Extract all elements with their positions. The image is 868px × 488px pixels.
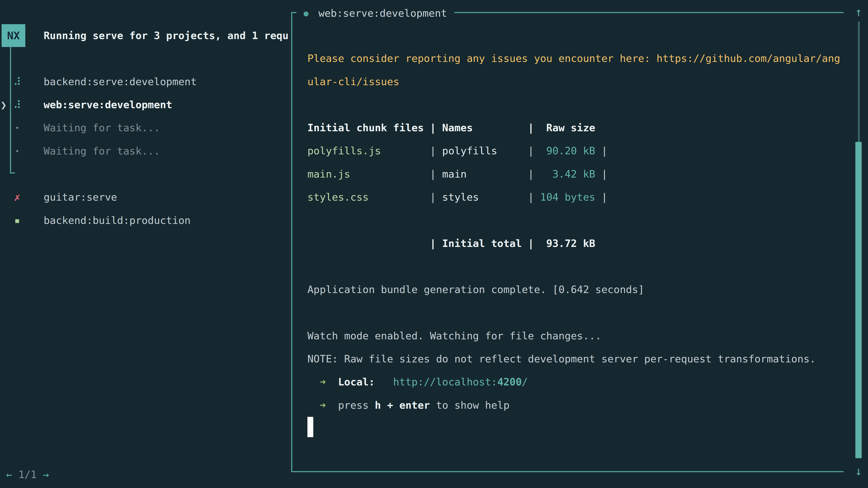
- terminal-text: |: [467, 168, 552, 180]
- dot-icon: •: [11, 116, 23, 139]
- terminal-text: NOTE: Raw file sizes do not reflect deve…: [307, 353, 816, 365]
- terminal-text: |: [381, 145, 442, 157]
- nx-logo: NX: [2, 24, 25, 47]
- scrollbar-thumb[interactable]: [855, 142, 862, 458]
- scrollbar-track[interactable]: [858, 22, 860, 142]
- task-row-waiting-1[interactable]: • Waiting for task...: [0, 116, 291, 139]
- terminal-line: Please consider reporting any issues you…: [307, 47, 840, 70]
- terminal-line: [307, 93, 840, 116]
- pager: ← 1/1 →: [6, 463, 49, 486]
- terminal-output: Please consider reporting any issues you…: [307, 24, 840, 440]
- terminal-text: Application bundle generation complete. …: [307, 284, 644, 295]
- terminal-line: [307, 301, 840, 324]
- task-row-guitar-serve[interactable]: ✗ guitar:serve: [0, 186, 291, 209]
- terminal-line: [307, 209, 840, 232]
- terminal-text: Local:: [338, 376, 375, 388]
- terminal-text: ➜: [320, 399, 326, 411]
- task-label: guitar:serve: [43, 186, 117, 209]
- cached-square-icon: ■: [11, 209, 23, 232]
- spinner-icon: ⠼: [11, 70, 23, 93]
- terminal-text: |: [595, 191, 608, 203]
- terminal-text: Please consider reporting any issues you…: [307, 53, 840, 64]
- terminal-line: Watch mode enabled. Watching for file ch…: [307, 324, 840, 348]
- terminal-text: |: [497, 145, 546, 157]
- terminal-text: ➜: [320, 376, 326, 388]
- dot-icon: •: [11, 140, 23, 163]
- terminal-text: Watch mode enabled. Watching for file ch…: [307, 330, 601, 342]
- task-label: web:serve:development: [43, 93, 172, 116]
- terminal-line: main.js | main | 3.42 kB |: [307, 163, 840, 186]
- task-row-backend-build[interactable]: ■ backend:build:production: [0, 209, 291, 232]
- terminal-text: ular-cli/issues: [307, 76, 399, 88]
- failed-cross-icon: ✗: [11, 186, 23, 209]
- sidebar-footer: ← 1/1 → quit: q help: ?: [0, 440, 291, 463]
- terminal-text: [307, 376, 320, 388]
- spinner-icon: ⠼: [11, 93, 23, 116]
- terminal-text: styles.css: [307, 191, 369, 203]
- terminal-text: | Initial total | 93.72 kB: [307, 237, 595, 250]
- terminal-text: 3.42 kB: [553, 168, 595, 180]
- task-label: backend:build:production: [43, 209, 191, 232]
- terminal-line: Application bundle generation complete. …: [307, 278, 840, 301]
- task-label: Waiting for task...: [43, 116, 160, 139]
- terminal-text: main.js: [307, 168, 350, 180]
- localhost-url-link[interactable]: http://localhost:: [393, 376, 497, 388]
- terminal-line: [307, 417, 840, 440]
- task-sidebar: NX Running serve for 3 projects, and 1 r…: [0, 0, 291, 488]
- terminal-cursor: [307, 417, 313, 437]
- terminal-line: ➜ Local: http://localhost:4200/: [307, 370, 840, 394]
- terminal-text: |: [350, 168, 442, 180]
- task-row-backend-serve[interactable]: ⠼ backend:serve:development: [0, 70, 291, 93]
- terminal-text: [326, 399, 338, 411]
- task-row-web-serve[interactable]: ❯ ⠼ web:serve:development: [0, 93, 291, 116]
- terminal-text: |: [479, 191, 540, 203]
- panel-title: ●web:serve:development: [296, 2, 454, 25]
- terminal-line: [307, 24, 840, 47]
- task-row-waiting-2[interactable]: • Waiting for task...: [0, 140, 291, 163]
- terminal-line: [307, 255, 840, 278]
- terminal-line: | Initial total | 93.72 kB: [307, 232, 840, 255]
- terminal-text: [375, 376, 393, 388]
- pager-prev-icon[interactable]: ←: [6, 468, 12, 481]
- scroll-down-icon[interactable]: ↓: [851, 461, 866, 481]
- terminal-line: ➜ press h + enter to show help: [307, 394, 840, 417]
- selected-chevron-icon: ❯: [0, 93, 7, 116]
- terminal-text: main: [442, 168, 467, 180]
- localhost-url-link[interactable]: /: [522, 376, 528, 388]
- localhost-url-link[interactable]: 4200: [497, 376, 522, 388]
- terminal-text: 104 bytes: [540, 191, 595, 203]
- keyboard-shortcuts: quit: q help: ?: [172, 486, 270, 488]
- terminal-text: to show help: [430, 399, 509, 411]
- terminal-line: polyfills.js | polyfills | 90.20 kB |: [307, 139, 840, 162]
- task-output-panel: ●web:serve:development Please consider r…: [291, 12, 844, 472]
- terminal-text: styles: [442, 191, 479, 203]
- task-label: backend:serve:development: [43, 70, 197, 93]
- terminal-text: press: [338, 399, 375, 411]
- terminal-text: polyfills.js: [307, 145, 381, 157]
- terminal-text: 90.20 kB: [546, 145, 595, 157]
- terminal-text: [326, 376, 338, 388]
- terminal-line: NOTE: Raw file sizes do not reflect deve…: [307, 348, 840, 370]
- terminal-text: |: [369, 191, 442, 203]
- pager-label: 1/1: [18, 468, 37, 481]
- app-title: Running serve for 3 projects, and 1 requ: [43, 24, 289, 47]
- pager-next-icon[interactable]: →: [43, 468, 49, 481]
- panel-title-label: web:serve:development: [318, 7, 447, 19]
- terminal-text: h + enter: [375, 399, 430, 411]
- terminal-text: |: [595, 168, 608, 180]
- running-status-dot-icon: ●: [304, 8, 309, 18]
- terminal-text: |: [595, 145, 608, 157]
- scroll-up-icon[interactable]: ↑: [851, 2, 866, 22]
- terminal-text: [307, 399, 320, 411]
- terminal-line: Initial chunk files | Names | Raw size: [307, 116, 840, 139]
- terminal-text: polyfills: [442, 145, 497, 157]
- terminal-line: styles.css | styles | 104 bytes |: [307, 186, 840, 209]
- terminal-text: Initial chunk files | Names | Raw size: [307, 122, 595, 134]
- terminal-line: ular-cli/issues: [307, 70, 840, 93]
- nx-tui-screen: NX Running serve for 3 projects, and 1 r…: [0, 0, 868, 488]
- task-label: Waiting for task...: [43, 140, 160, 163]
